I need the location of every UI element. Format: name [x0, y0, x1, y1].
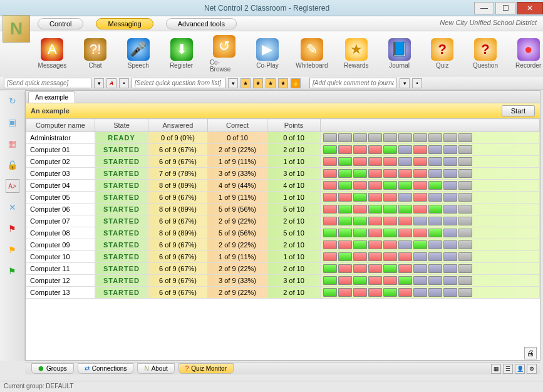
cell-name: Computer 01: [26, 144, 95, 156]
cell-answered: 6 of 9 (67%): [148, 215, 208, 227]
format-icon[interactable]: A: [106, 78, 116, 88]
cell-correct: 2 of 9 (22%): [208, 263, 267, 275]
register-icon: ⬇: [170, 38, 193, 61]
speech-icon: 🎤: [127, 38, 150, 61]
close-button[interactable]: ✕: [517, 2, 543, 14]
table-row[interactable]: Computer 03STARTED7 of 9 (78%)3 of 9 (33…: [26, 168, 540, 180]
quick-msg-dropdown-icon[interactable]: ▾: [94, 78, 104, 88]
award3-icon[interactable]: ★: [266, 78, 276, 88]
answer-cell: [443, 181, 457, 190]
tab-advanced[interactable]: Advanced tools: [166, 18, 237, 29]
view-settings-icon[interactable]: ⚙: [527, 364, 537, 374]
tool-journal[interactable]: 📘Journal: [385, 38, 414, 69]
tab-control[interactable]: Control: [38, 18, 83, 29]
flag-red-icon[interactable]: ⚑: [6, 222, 19, 235]
answer-cell: [383, 252, 397, 261]
cell-points: 1 of 10: [267, 251, 321, 263]
answer-cell: [323, 169, 337, 178]
answer-cell: [353, 288, 367, 297]
table-row[interactable]: AdministratorREADY0 of 9 (0%)0 of 100 of…: [26, 132, 540, 144]
tab-quiz-monitor[interactable]: ?Quiz Monitor: [178, 363, 234, 374]
table-row[interactable]: Computer 09STARTED6 of 9 (67%)2 of 9 (22…: [26, 239, 540, 251]
answer-cell: [323, 229, 337, 237]
tab-connections[interactable]: ⇄Connections: [78, 363, 134, 374]
cell-results: [321, 192, 540, 204]
print-icon[interactable]: 🖨: [524, 347, 537, 359]
monitors-icon[interactable]: ▣: [6, 115, 19, 129]
quick-j-dropdown-icon[interactable]: ▾: [400, 78, 410, 88]
tool-quiz[interactable]: ?Quiz: [428, 38, 457, 69]
view-list-icon[interactable]: ☰: [503, 364, 513, 374]
start-button[interactable]: Start: [502, 105, 535, 116]
answer-cell: [428, 205, 442, 214]
view-users-icon[interactable]: 👤: [515, 364, 525, 374]
tool-rewards[interactable]: ★Rewards: [341, 38, 371, 69]
tool-whiteboard[interactable]: ✎Whiteboard: [296, 38, 328, 69]
grid-icon[interactable]: ▦: [6, 137, 19, 150]
answer-cell: [458, 169, 472, 178]
table-row[interactable]: Computer 06STARTED8 of 9 (89%)5 of 9 (56…: [26, 204, 540, 215]
table-row[interactable]: Computer 08STARTED8 of 9 (89%)5 of 9 (56…: [26, 227, 540, 239]
tools-icon[interactable]: ✕: [6, 200, 19, 214]
refresh-icon[interactable]: ↻: [6, 94, 19, 108]
answer-cell: [383, 264, 397, 273]
col-name[interactable]: Computer name: [26, 119, 95, 132]
answer-cell: [413, 240, 427, 249]
quick-journal-input[interactable]: [309, 78, 397, 88]
table-row[interactable]: Computer 13STARTED6 of 9 (67%)2 of 9 (22…: [26, 287, 540, 299]
answer-cell: [353, 169, 367, 178]
lock-icon[interactable]: 🔒: [6, 158, 19, 172]
col-state[interactable]: State: [95, 119, 148, 132]
col-results[interactable]: [321, 119, 540, 132]
tool-recorder[interactable]: ●Recorder: [514, 38, 543, 69]
table-row[interactable]: Computer 07STARTED6 of 9 (67%)2 of 9 (22…: [26, 215, 540, 227]
answer-cell: [458, 205, 472, 214]
maximize-button[interactable]: ☐: [495, 2, 515, 14]
quick-question-input[interactable]: [132, 78, 225, 88]
tool-speech[interactable]: 🎤Speech: [123, 38, 153, 69]
document-tab[interactable]: An example: [28, 91, 75, 103]
award-icon[interactable]: ★: [240, 78, 251, 88]
tool-question[interactable]: ?Question: [471, 38, 500, 69]
flag-green-icon[interactable]: ⚑: [6, 264, 19, 278]
rewards-icon: ★: [345, 38, 368, 61]
journal-go-icon[interactable]: •: [412, 78, 422, 88]
view-thumbnails-icon[interactable]: ▦: [491, 364, 501, 374]
table-row[interactable]: Computer 10STARTED6 of 9 (67%)1 of 9 (11…: [26, 251, 540, 263]
award2-icon[interactable]: ★: [253, 78, 263, 88]
tab-groups[interactable]: ⬢Groups: [31, 363, 74, 374]
flag-yellow-icon[interactable]: ⚑: [6, 243, 19, 257]
cell-answered: 6 of 9 (67%): [148, 239, 208, 251]
minimize-button[interactable]: —: [474, 2, 494, 14]
col-points[interactable]: Points: [267, 119, 321, 132]
table-row[interactable]: Computer 04STARTED8 of 9 (89%)4 of 9 (44…: [26, 180, 540, 192]
answer-cell: [383, 276, 397, 285]
table-row[interactable]: Computer 01STARTED6 of 9 (67%)2 of 9 (22…: [26, 144, 540, 156]
tool-messages[interactable]: AMessages: [38, 38, 67, 69]
abc-icon[interactable]: A>: [6, 179, 19, 193]
col-answered[interactable]: Answered: [148, 119, 208, 132]
tool-co-browse[interactable]: ↺Co-Browse: [210, 35, 239, 73]
tool-chat[interactable]: ?!Chat: [81, 38, 110, 69]
tool-register[interactable]: ⬇Register: [167, 38, 196, 69]
quick-q-dropdown-icon[interactable]: ▾: [228, 78, 238, 88]
cell-answered: 8 of 9 (89%): [148, 227, 208, 239]
table-row[interactable]: Computer 11STARTED6 of 9 (67%)2 of 9 (22…: [26, 263, 540, 275]
tool-co-play[interactable]: ▶Co-Play: [253, 38, 282, 69]
answer-cell: [413, 276, 427, 285]
tab-about[interactable]: NAbout: [137, 363, 174, 374]
status-bar: Current group: DEFAULT: [0, 381, 543, 392]
answer-cell: [353, 205, 367, 214]
award4-icon[interactable]: ★: [278, 78, 288, 88]
quick-message-input[interactable]: [4, 78, 91, 88]
question-icon: ?: [474, 38, 497, 61]
tab-messaging[interactable]: Messaging: [96, 18, 153, 29]
answer-cell: [383, 288, 397, 297]
window-title: Net Control 2 Classroom - Registered: [204, 4, 329, 13]
hand-icon[interactable]: ✋: [291, 78, 301, 88]
table-row[interactable]: Computer 02STARTED6 of 9 (67%)1 of 9 (11…: [26, 156, 540, 168]
table-row[interactable]: Computer 12STARTED6 of 9 (67%)3 of 9 (33…: [26, 275, 540, 287]
answer-cell: [458, 181, 472, 190]
table-row[interactable]: Computer 05STARTED6 of 9 (67%)1 of 9 (11…: [26, 192, 540, 204]
col-correct[interactable]: Correct: [208, 119, 267, 132]
